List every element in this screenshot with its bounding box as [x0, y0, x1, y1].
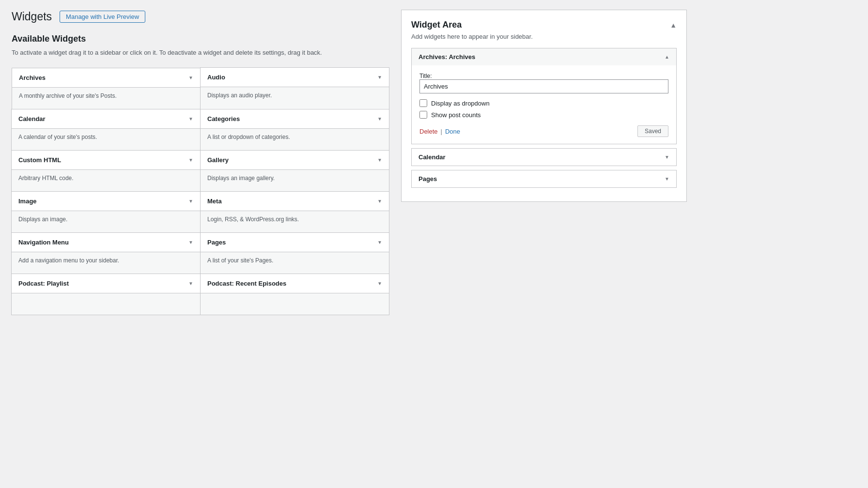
- archives-chevron-icon: ▼: [188, 75, 193, 80]
- actions-separator: |: [441, 128, 442, 135]
- calendar-area-widget-title: Calendar: [418, 153, 446, 161]
- podcast-recent-widget-desc: [201, 293, 389, 315]
- podcast-recent-widget-header[interactable]: Podcast: Recent Episodes ▼: [201, 274, 389, 293]
- podcast-playlist-chevron-icon: ▼: [188, 281, 193, 286]
- categories-chevron-icon: ▼: [377, 116, 382, 122]
- archives-area-collapse-icon: ▲: [665, 54, 669, 60]
- navigation-menu-widget-desc: Add a navigation menu to your sidebar.: [12, 252, 200, 274]
- page-title: Widgets: [12, 10, 52, 24]
- archives-area-widget: Archives: Archives ▲ Title: Display as d…: [411, 48, 677, 144]
- categories-widget-header[interactable]: Categories ▼: [201, 109, 389, 129]
- available-widgets-description: To activate a widget drag it to a sideba…: [12, 48, 389, 58]
- archives-widget-header[interactable]: Archives ▼: [12, 68, 200, 88]
- custom-html-widget-name: Custom HTML: [18, 156, 61, 164]
- podcast-recent-widget-name: Podcast: Recent Episodes: [207, 280, 286, 287]
- audio-widget-header[interactable]: Audio ▼: [201, 68, 389, 87]
- archives-done-link[interactable]: Done: [445, 128, 460, 135]
- image-chevron-icon: ▼: [188, 198, 193, 204]
- image-widget-name: Image: [18, 198, 37, 205]
- navigation-menu-chevron-icon: ▼: [188, 240, 193, 245]
- archives-widget-name: Archives: [19, 74, 46, 81]
- list-item: Gallery ▼ Displays an image gallery.: [200, 150, 389, 192]
- list-item: Navigation Menu ▼ Add a navigation menu …: [11, 232, 201, 274]
- list-item: Custom HTML ▼ Arbitrary HTML code.: [11, 150, 201, 192]
- widget-area-box: Widget Area ▲ Add widgets here to appear…: [401, 10, 687, 202]
- podcast-playlist-widget-name: Podcast: Playlist: [18, 280, 69, 287]
- list-item: Categories ▼ A list or dropdown of categ…: [200, 109, 389, 151]
- display-as-dropdown-checkbox[interactable]: [419, 99, 427, 107]
- title-field-label: Title:: [419, 73, 432, 79]
- calendar-area-widget-header[interactable]: Calendar ▼: [412, 149, 676, 166]
- meta-widget-desc: Login, RSS, & WordPress.org links.: [201, 211, 389, 232]
- custom-html-chevron-icon: ▼: [188, 157, 193, 163]
- categories-widget-name: Categories: [207, 115, 240, 122]
- list-item: Podcast: Recent Episodes ▼: [200, 274, 389, 315]
- meta-widget-header[interactable]: Meta ▼: [201, 192, 389, 211]
- widget-area-description: Add widgets here to appear in your sideb…: [411, 33, 677, 40]
- archives-delete-link[interactable]: Delete: [419, 128, 438, 135]
- widget-area-title: Widget Area: [411, 20, 462, 30]
- meta-widget-name: Meta: [207, 198, 222, 205]
- list-item: Pages ▼ A list of your site's Pages.: [200, 232, 389, 274]
- pages-chevron-icon: ▼: [377, 240, 382, 245]
- calendar-area-collapse-icon: ▼: [665, 154, 669, 160]
- archives-saved-button: Saved: [637, 125, 668, 137]
- archives-area-widget-content: Title: Display as dropdown Show post cou…: [412, 65, 676, 144]
- podcast-recent-chevron-icon: ▼: [377, 281, 382, 286]
- calendar-chevron-icon: ▼: [188, 116, 193, 122]
- dropdown-checkbox-label: Display as dropdown: [431, 100, 490, 107]
- calendar-area-widget: Calendar ▼: [411, 148, 677, 166]
- calendar-widget-header[interactable]: Calendar ▼: [12, 109, 200, 129]
- pages-widget-header[interactable]: Pages ▼: [201, 233, 389, 252]
- list-item: Archives ▼ A monthly archive of your sit…: [12, 68, 201, 109]
- calendar-widget-desc: A calendar of your site's posts.: [12, 129, 200, 150]
- archives-area-widget-title: Archives: Archives: [418, 53, 475, 61]
- list-item: Image ▼ Displays an image.: [11, 191, 201, 233]
- navigation-menu-widget-header[interactable]: Navigation Menu ▼: [12, 233, 200, 252]
- archives-area-widget-header[interactable]: Archives: Archives ▲: [412, 48, 676, 65]
- gallery-chevron-icon: ▼: [377, 157, 382, 163]
- live-preview-button[interactable]: Manage with Live Preview: [60, 11, 145, 23]
- pages-widget-name: Pages: [207, 239, 226, 246]
- available-widgets-title: Available Widgets: [12, 34, 389, 44]
- archives-title-input[interactable]: [419, 79, 668, 93]
- list-item: Audio ▼ Displays an audio player.: [200, 67, 389, 109]
- post-counts-checkbox-label: Show post counts: [431, 111, 481, 119]
- pages-area-widget: Pages ▼: [411, 170, 677, 188]
- custom-html-widget-desc: Arbitrary HTML code.: [12, 170, 200, 191]
- archives-widget-actions-left: Delete | Done: [419, 128, 460, 135]
- navigation-menu-widget-name: Navigation Menu: [18, 239, 69, 246]
- widget-area-collapse-icon[interactable]: ▲: [670, 21, 677, 29]
- list-item: Calendar ▼ A calendar of your site's pos…: [11, 109, 201, 151]
- custom-html-widget-header[interactable]: Custom HTML ▼: [12, 151, 200, 170]
- audio-widget-name: Audio: [207, 74, 225, 81]
- audio-chevron-icon: ▼: [377, 75, 382, 80]
- list-item: Meta ▼ Login, RSS, & WordPress.org links…: [200, 191, 389, 233]
- pages-widget-desc: A list of your site's Pages.: [201, 252, 389, 274]
- archives-widget-desc: A monthly archive of your site's Posts.: [12, 88, 200, 109]
- image-widget-header[interactable]: Image ▼: [12, 192, 200, 211]
- podcast-playlist-widget-header[interactable]: Podcast: Playlist ▼: [12, 274, 200, 293]
- gallery-widget-desc: Displays an image gallery.: [201, 170, 389, 191]
- show-post-counts-checkbox[interactable]: [419, 111, 427, 119]
- image-widget-desc: Displays an image.: [12, 211, 200, 232]
- podcast-playlist-widget-desc: [12, 293, 200, 315]
- pages-area-widget-title: Pages: [418, 175, 437, 183]
- gallery-widget-header[interactable]: Gallery ▼: [201, 151, 389, 170]
- calendar-widget-name: Calendar: [18, 115, 46, 122]
- pages-area-widget-header[interactable]: Pages ▼: [412, 170, 676, 187]
- list-item: Podcast: Playlist ▼: [11, 274, 201, 315]
- categories-widget-desc: A list or dropdown of categories.: [201, 129, 389, 150]
- gallery-widget-name: Gallery: [207, 156, 229, 164]
- archives-widget-actions: Delete | Done Saved: [419, 125, 668, 137]
- pages-area-collapse-icon: ▼: [665, 176, 669, 182]
- audio-widget-desc: Displays an audio player.: [201, 87, 389, 108]
- post-counts-checkbox-row: Show post counts: [419, 111, 668, 119]
- widget-grid: Archives ▼ A monthly archive of your sit…: [12, 68, 389, 315]
- dropdown-checkbox-row: Display as dropdown: [419, 99, 668, 107]
- meta-chevron-icon: ▼: [377, 198, 382, 204]
